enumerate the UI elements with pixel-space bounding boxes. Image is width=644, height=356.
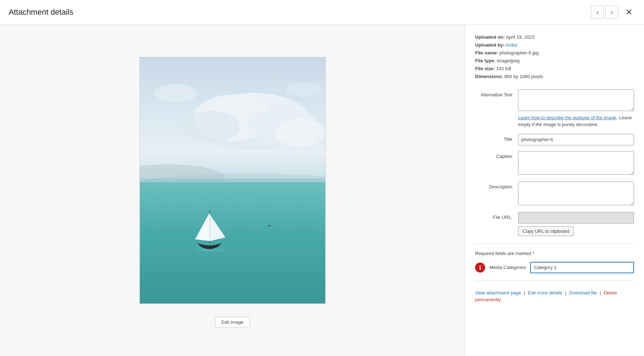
title-label: Title (475, 134, 518, 143)
file-url-row: File URL: Copy URL to clipboard (475, 212, 634, 236)
media-categories-row: 1 Media Categories (475, 262, 634, 273)
description-input-wrap (518, 182, 634, 206)
close-icon: ✕ (625, 7, 633, 17)
attachment-image (140, 57, 325, 303)
edit-image-button[interactable]: Edit Image (215, 317, 249, 327)
required-note: Required fields are marked * (475, 251, 634, 256)
description-row: Description (475, 182, 634, 206)
close-button[interactable]: ✕ (623, 6, 635, 19)
svg-point-6 (182, 111, 239, 143)
separator-3: | (600, 290, 601, 295)
copy-url-button[interactable]: Copy URL to clipboard (518, 226, 574, 236)
file-name: File name: photographer-6.jpg (475, 49, 634, 57)
prev-icon: ‹ (596, 9, 599, 16)
dimensions: Dimensions: 800 by 1060 pixels (475, 73, 634, 81)
alt-text-input[interactable] (518, 90, 634, 111)
attachment-actions: View attachment page | Edit more details… (475, 289, 634, 303)
modal-nav: ‹ › ✕ (591, 6, 635, 19)
categories-badge: 1 (475, 263, 485, 273)
alt-text-help: Learn how to describe the purpose of the… (518, 114, 634, 128)
alt-text-row: Alternative Text Learn how to describe t… (475, 90, 634, 128)
caption-input-wrap (518, 151, 634, 176)
media-categories-label: Media Categories (489, 265, 526, 270)
uploaded-by: Uploaded by: Anika (475, 41, 634, 49)
divider (475, 243, 634, 244)
svg-point-8 (154, 84, 197, 102)
file-type: File type: image/jpeg (475, 57, 634, 65)
svg-point-9 (286, 82, 322, 97)
separator-2: | (565, 290, 566, 295)
caption-label: Caption (475, 151, 518, 160)
svg-point-7 (275, 118, 325, 147)
uploaded-by-link[interactable]: Anika (506, 42, 517, 48)
file-url-label: File URL: (475, 212, 518, 221)
alt-text-help-link[interactable]: Learn how to describe the purpose of the… (518, 115, 616, 120)
modal-header: Attachment details ‹ › ✕ (0, 0, 644, 25)
image-wrapper: Edit Image (140, 57, 326, 327)
alt-text-input-wrap: Learn how to describe the purpose of the… (518, 90, 634, 128)
image-panel: Edit Image (0, 25, 465, 356)
description-label: Description (475, 182, 518, 190)
divider-2 (475, 280, 634, 281)
image-container (140, 57, 326, 304)
details-panel: Uploaded on: April 19, 2023 Uploaded by:… (465, 25, 644, 356)
prev-button[interactable]: ‹ (591, 6, 604, 19)
caption-input[interactable] (518, 151, 634, 175)
next-icon: › (611, 9, 613, 16)
title-row: Title (475, 134, 634, 145)
edit-more-details-link[interactable]: Edit more details (528, 290, 562, 295)
file-metadata: Uploaded on: April 19, 2023 Uploaded by:… (475, 33, 634, 81)
title-input-wrap (518, 134, 634, 145)
view-attachment-link[interactable]: View attachment page (475, 290, 521, 295)
alt-text-label: Alternative Text (475, 90, 518, 98)
download-file-link[interactable]: Download file (569, 290, 597, 295)
description-input[interactable] (518, 182, 634, 205)
file-url-input[interactable] (518, 212, 634, 223)
file-url-input-wrap: Copy URL to clipboard (518, 212, 634, 236)
svg-rect-19 (268, 225, 271, 227)
modal-overlay: Attachment details ‹ › ✕ (0, 0, 644, 356)
file-size: File size: 143 KB (475, 65, 634, 73)
form-section: Alternative Text Learn how to describe t… (475, 90, 634, 236)
separator-1: | (524, 290, 525, 295)
caption-row: Caption (475, 151, 634, 176)
title-input[interactable] (518, 134, 634, 145)
next-button[interactable]: › (605, 6, 618, 19)
svg-rect-21 (140, 271, 325, 304)
modal-body: Edit Image Uploaded on: April 19, 2023 U… (0, 25, 644, 356)
modal-title: Attachment details (9, 8, 73, 17)
uploaded-on: Uploaded on: April 19, 2023 (475, 33, 634, 41)
media-categories-input[interactable] (530, 262, 634, 273)
